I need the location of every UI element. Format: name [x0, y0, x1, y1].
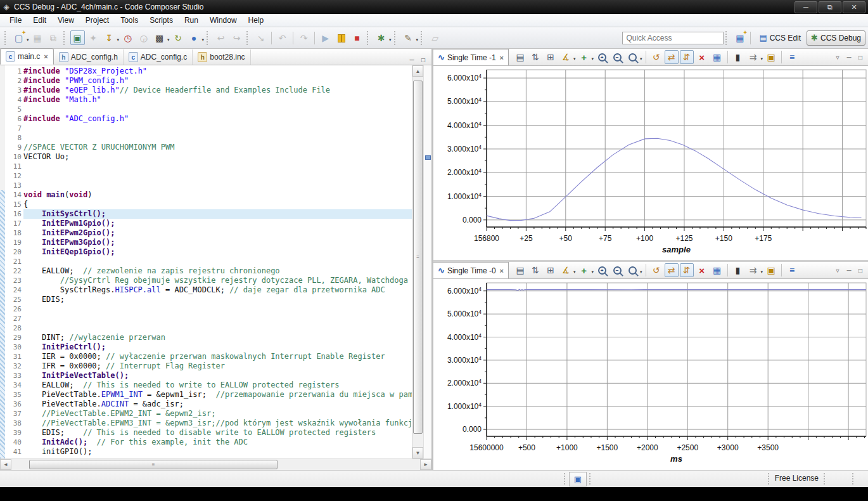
close-tab-icon[interactable]: × — [500, 54, 504, 62]
highlight-wand-button[interactable]: ✦ — [86, 30, 101, 45]
editor-vertical-scrollbar[interactable]: ▲ ≡ ▼ — [412, 65, 423, 459]
maximize-panel-button[interactable]: □ — [855, 52, 866, 62]
scroll-left-icon[interactable]: ◄ — [0, 459, 11, 470]
undo-step-button[interactable]: ↶ — [275, 30, 290, 45]
measure-icon[interactable]: ∡ — [559, 50, 573, 64]
add-trace-icon-dropdown[interactable]: ▾ — [592, 266, 594, 275]
code-line-39[interactable]: EDIS; // This is needed to disable write… — [23, 428, 412, 438]
code-line-36[interactable]: PieVectTable.ADCINT = &adc_isr; — [23, 400, 412, 409]
run-mode-button-dropdown[interactable]: ▾ — [202, 34, 205, 42]
ccs-debug-perspective-button[interactable]: ✱ CCS Debug — [807, 30, 865, 46]
refresh-icon[interactable]: ↺ — [649, 263, 663, 277]
code-line-1[interactable]: #include "DSP28x_Project.h" — [23, 67, 412, 76]
graph-tab[interactable]: ∿ Single Time -0 × — [433, 262, 509, 278]
code-line-25[interactable]: EDIS; — [23, 295, 412, 304]
run-mode-button[interactable]: ● — [187, 30, 201, 45]
magnitude-icon[interactable]: ▮ — [731, 50, 745, 64]
flash-chip-button-dropdown[interactable]: ▾ — [167, 34, 170, 42]
menu-view[interactable]: View — [52, 15, 80, 26]
code-line-31[interactable]: IER = 0x0000; // wyłaczenie przerwan mas… — [23, 352, 412, 361]
profile-clock-button[interactable]: ◷ — [120, 30, 135, 45]
view-menu-icon[interactable]: ▿ — [832, 52, 843, 62]
code-line-4[interactable]: #include "Math.h" — [23, 95, 412, 105]
open-perspective-button[interactable]: ▦ ✦ — [732, 30, 747, 45]
code-line-13[interactable] — [23, 181, 412, 190]
sync-lock-icon[interactable]: ▣ — [764, 263, 778, 277]
menu-help[interactable]: Help — [243, 15, 270, 26]
console-status-icon[interactable]: ▣ — [569, 472, 587, 486]
minimize-editor-button[interactable]: ─ — [406, 55, 418, 65]
zoom-in-icon[interactable]: + — [595, 263, 609, 277]
save-all-button[interactable]: ⧉ — [46, 30, 61, 45]
asm-step-into-button[interactable]: ↘ — [253, 30, 268, 45]
code-line-34[interactable]: EALLOW; // This is needed to write to EA… — [23, 381, 412, 390]
maximize-panel-button[interactable]: □ — [855, 265, 866, 275]
zoom-in-icon[interactable]: + — [595, 50, 609, 64]
trace-pen-button-dropdown[interactable]: ▾ — [416, 34, 419, 42]
zoom-area-icon-dropdown[interactable]: ▾ — [640, 53, 642, 62]
zoom-out-icon[interactable]: − — [610, 50, 624, 64]
menu-run[interactable]: Run — [179, 15, 204, 26]
new-file-button[interactable]: ▢✦ — [11, 30, 26, 45]
hscroll-thumb[interactable]: ≡ — [29, 460, 278, 469]
minimize-panel-button[interactable]: ─ — [843, 265, 855, 275]
data-transfer-icon[interactable]: ⇉ — [746, 263, 760, 277]
add-trace-icon[interactable]: + — [577, 263, 591, 277]
clear-graph-icon[interactable]: × — [695, 50, 709, 64]
zoom-area-icon[interactable] — [625, 50, 639, 64]
add-trace-icon[interactable]: + — [577, 50, 591, 64]
code-line-32[interactable]: IFR = 0x0000; // Interrupt Flag Register — [23, 361, 412, 371]
legend-icon[interactable]: ≡ — [785, 263, 799, 277]
code-line-20[interactable]: InitEQep1Gpio(); — [23, 247, 412, 257]
menu-scripts[interactable]: Scripts — [144, 15, 179, 26]
editor-tab-ADC_config.c[interactable]: cADC_config.c — [124, 49, 193, 65]
code-line-21[interactable] — [23, 257, 412, 266]
reset-view-icon[interactable]: ⊞ — [544, 263, 558, 277]
reset-cpu-button[interactable]: ↻ — [171, 30, 186, 45]
continuous-refresh-icon[interactable]: ⇄ — [665, 263, 679, 277]
scroll-up-icon[interactable]: ▲ — [412, 65, 423, 77]
code-line-15[interactable]: { — [23, 200, 412, 209]
editor-tab-main.c[interactable]: cmain.c× — [0, 48, 54, 65]
step-return-button[interactable]: ↩ — [214, 30, 228, 45]
data-transfer-icon-dropdown[interactable]: ▾ — [761, 53, 763, 62]
debug-config-button[interactable]: ✱ — [374, 30, 388, 45]
quick-access-input[interactable] — [622, 32, 724, 44]
import-button-dropdown[interactable]: ▾ — [117, 34, 120, 42]
save-button[interactable]: ▦ — [30, 30, 45, 45]
minimize-panel-button[interactable]: ─ — [843, 52, 855, 62]
restore-window-button[interactable]: ⧉ — [819, 1, 841, 13]
magnitude-icon[interactable]: ▮ — [731, 263, 745, 277]
code-line-10[interactable]: VECTOR Uo; — [23, 152, 412, 162]
ccs-edit-perspective-button[interactable]: ▤ CCS Edit — [755, 30, 805, 46]
code-line-14[interactable]: void main(void) — [23, 190, 412, 200]
code-line-7[interactable] — [23, 124, 412, 133]
menu-edit[interactable]: Edit — [27, 15, 52, 26]
scroll-right-icon[interactable]: ► — [420, 459, 431, 470]
zoom-out-icon[interactable]: − — [610, 263, 624, 277]
code-line-29[interactable]: DINT; //wylaczenie przerwan — [23, 333, 412, 342]
show-data-icon[interactable]: ▤ — [513, 263, 527, 277]
code-line-16[interactable]: InitSysCtrl(); — [23, 209, 412, 219]
code-line-5[interactable] — [23, 105, 412, 114]
align-center-icon[interactable]: ⇅ — [528, 50, 542, 64]
graph-properties-icon[interactable]: ▦ — [710, 50, 724, 64]
code-line-41[interactable]: initGPIO(); — [23, 447, 412, 457]
code-line-11[interactable] — [23, 162, 412, 171]
measure-icon-dropdown[interactable]: ▾ — [573, 53, 576, 62]
code-line-27[interactable] — [23, 314, 412, 323]
data-transfer-icon-dropdown[interactable]: ▾ — [761, 266, 763, 275]
vscroll-thumb[interactable]: ≡ — [413, 81, 423, 434]
code-line-3[interactable]: #include "eQEP_lib.h"// Device Headerfil… — [23, 86, 412, 95]
show-data-icon[interactable]: ▤ — [513, 50, 527, 64]
code-line-19[interactable]: InitEPwm3Gpio(); — [23, 238, 412, 247]
overview-ruler[interactable] — [423, 65, 431, 459]
code-line-8[interactable] — [23, 133, 412, 143]
redo-step-button[interactable]: ↷ — [297, 30, 311, 45]
profile-off-button[interactable]: ◶ — [136, 30, 151, 45]
graph-canvas[interactable]: 0.0001.000x1042.000x1043.000x1044.000x10… — [433, 66, 868, 260]
code-line-6[interactable]: #include "ADC_config.h" — [23, 114, 412, 124]
menu-window[interactable]: Window — [204, 15, 243, 26]
menu-tools[interactable]: Tools — [115, 15, 144, 26]
flip-buffer-icon[interactable]: ⇵ — [680, 263, 694, 277]
